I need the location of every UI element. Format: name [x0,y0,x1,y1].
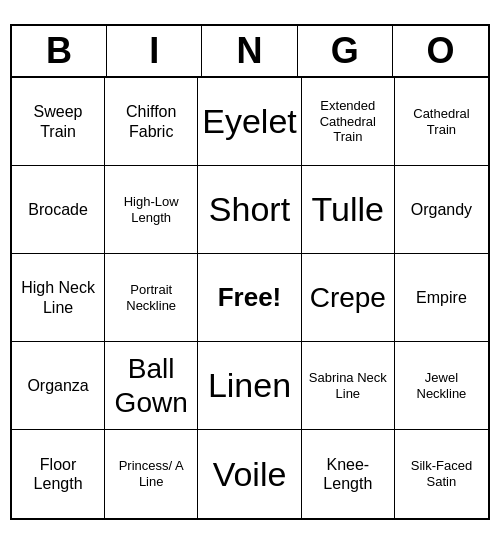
bingo-cell: High Neck Line [12,254,105,342]
cell-text: Sabrina Neck Line [306,370,390,401]
header-letter: B [12,26,107,76]
cell-text: Chiffon Fabric [109,102,193,140]
cell-text: Sweep Train [16,102,100,140]
cell-text: Portrait Neckline [109,282,193,313]
cell-text: Crepe [310,281,386,315]
bingo-cell: Ball Gown [105,342,198,430]
cell-text: Voile [213,454,287,495]
cell-text: Jewel Neckline [399,370,484,401]
cell-text: Free! [218,282,282,313]
bingo-cell: Tulle [302,166,395,254]
cell-text: High-Low Length [109,194,193,225]
header-letter: O [393,26,488,76]
bingo-cell: Knee-Length [302,430,395,518]
bingo-cell: Floor Length [12,430,105,518]
bingo-cell: Free! [198,254,302,342]
bingo-cell: Crepe [302,254,395,342]
cell-text: Eyelet [202,101,297,142]
bingo-cell: Sweep Train [12,78,105,166]
bingo-header: BINGO [12,26,488,78]
cell-text: Short [209,189,290,230]
bingo-cell: Empire [395,254,488,342]
header-letter: N [202,26,297,76]
cell-text: Brocade [28,200,88,219]
bingo-card: BINGO Sweep TrainChiffon FabricEyeletExt… [10,24,490,520]
bingo-cell: Eyelet [198,78,302,166]
bingo-grid: Sweep TrainChiffon FabricEyeletExtended … [12,78,488,518]
bingo-cell: Sabrina Neck Line [302,342,395,430]
cell-text: Organdy [411,200,472,219]
cell-text: Princess/ A Line [109,458,193,489]
header-letter: G [298,26,393,76]
cell-text: Tulle [312,189,384,230]
bingo-cell: Organza [12,342,105,430]
cell-text: High Neck Line [16,278,100,316]
bingo-cell: Short [198,166,302,254]
header-letter: I [107,26,202,76]
bingo-cell: Organdy [395,166,488,254]
cell-text: Linen [208,365,291,406]
cell-text: Silk-Faced Satin [399,458,484,489]
cell-text: Empire [416,288,467,307]
bingo-cell: Extended Cathedral Train [302,78,395,166]
cell-text: Extended Cathedral Train [306,98,390,145]
cell-text: Knee-Length [306,455,390,493]
bingo-cell: Voile [198,430,302,518]
bingo-cell: Silk-Faced Satin [395,430,488,518]
bingo-cell: Brocade [12,166,105,254]
cell-text: Floor Length [16,455,100,493]
cell-text: Cathedral Train [399,106,484,137]
cell-text: Organza [27,376,88,395]
bingo-cell: High-Low Length [105,166,198,254]
bingo-cell: Jewel Neckline [395,342,488,430]
bingo-cell: Cathedral Train [395,78,488,166]
bingo-cell: Princess/ A Line [105,430,198,518]
bingo-cell: Chiffon Fabric [105,78,198,166]
bingo-cell: Linen [198,342,302,430]
bingo-cell: Portrait Neckline [105,254,198,342]
cell-text: Ball Gown [109,352,193,419]
